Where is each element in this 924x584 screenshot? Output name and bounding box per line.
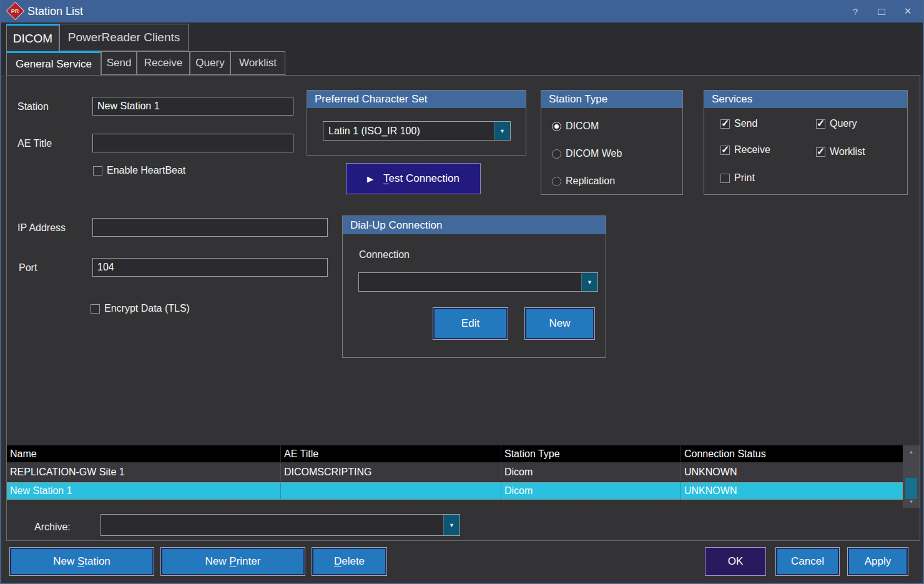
button-bar: New Station New Printer Delete OK Cancel…: [1, 541, 923, 583]
ae-title-input[interactable]: [92, 134, 293, 152]
chevron-down-icon[interactable]: ▼: [494, 122, 510, 140]
edit-connection-button[interactable]: Edit: [433, 307, 508, 340]
group-header: Services: [704, 91, 907, 108]
ok-button[interactable]: OK: [705, 547, 766, 576]
service-query-checkbox[interactable]: Query: [816, 118, 857, 129]
checkbox-icon: [720, 119, 730, 129]
tab-zone: DICOM PowerReader Clients General Servic…: [1, 22, 923, 75]
radio-dicom-web[interactable]: DICOM Web: [552, 148, 622, 159]
archive-dropdown[interactable]: ▼: [101, 514, 460, 536]
service-print-checkbox[interactable]: Print: [720, 172, 755, 184]
preferred-character-set-group: Preferred Character Set Latin 1 (ISO_IR …: [307, 90, 526, 156]
radio-replication[interactable]: Replication: [552, 176, 615, 187]
archive-value: [101, 515, 443, 535]
tab-query[interactable]: Query: [190, 51, 230, 75]
radio-dicom[interactable]: DICOM: [552, 121, 599, 132]
radio-icon: [552, 177, 561, 186]
port-input[interactable]: [92, 258, 328, 277]
scrollbar-thumb[interactable]: [905, 478, 917, 499]
dial-up-connection-group: Dial-Up Connection Connection ▼ Edit New: [342, 215, 606, 358]
stations-table: Name AE Title Station Type Connection St…: [7, 445, 920, 508]
table-scrollbar[interactable]: ▲ ▼: [903, 445, 920, 508]
checkbox-icon: [93, 166, 102, 176]
radio-icon: [552, 149, 561, 159]
column-header-ae-title[interactable]: AE Title: [281, 445, 501, 462]
group-header: Station Type: [541, 91, 682, 108]
ip-address-label: IP Address: [17, 222, 66, 234]
titlebar: PR Station List ? ✕: [1, 0, 923, 22]
service-worklist-checkbox[interactable]: Worklist: [816, 146, 865, 157]
archive-label: Archive:: [34, 522, 71, 533]
checkbox-icon: [816, 147, 825, 157]
close-icon[interactable]: ✕: [902, 6, 914, 17]
checkbox-icon: [720, 146, 730, 155]
connection-dropdown[interactable]: ▼: [358, 272, 598, 292]
radio-icon: [552, 122, 561, 131]
scroll-up-icon[interactable]: ▲: [903, 447, 920, 457]
service-receive-checkbox[interactable]: Receive: [720, 144, 770, 156]
tab-worklist[interactable]: Worklist: [230, 51, 285, 75]
ip-address-input[interactable]: [92, 218, 328, 237]
maximize-icon[interactable]: [875, 6, 888, 17]
new-printer-button[interactable]: New Printer: [160, 547, 305, 576]
chevron-down-icon[interactable]: ▼: [581, 273, 597, 291]
column-header-connection-status[interactable]: Connection Status: [681, 445, 903, 462]
tab-general-service[interactable]: General Service: [6, 51, 101, 75]
new-connection-button[interactable]: New: [524, 307, 595, 340]
scroll-down-icon[interactable]: ▼: [903, 497, 920, 507]
group-header: Dial-Up Connection: [343, 216, 606, 234]
apply-button[interactable]: Apply: [847, 547, 908, 576]
checkbox-icon: [816, 119, 825, 129]
cancel-button[interactable]: Cancel: [775, 547, 840, 576]
station-list-window: PR Station List ? ✕ DICOM PowerReader Cl…: [0, 0, 924, 584]
character-set-value: Latin 1 (ISO_IR 100): [323, 122, 494, 140]
station-label: Station: [17, 101, 49, 112]
connection-label: Connection: [359, 249, 410, 260]
column-header-station-type[interactable]: Station Type: [501, 445, 681, 462]
table-row[interactable]: REPLICATION-GW Site 1 DICOMSCRIPTING Dic…: [7, 463, 903, 481]
test-connection-button[interactable]: ▶ Test Connection: [346, 163, 481, 194]
table-header: Name AE Title Station Type Connection St…: [7, 445, 903, 462]
character-set-dropdown[interactable]: Latin 1 (ISO_IR 100) ▼: [323, 121, 511, 141]
service-send-checkbox[interactable]: Send: [720, 118, 757, 129]
delete-button[interactable]: Delete: [312, 547, 387, 576]
play-icon: ▶: [367, 174, 373, 184]
checkbox-icon: [720, 174, 730, 183]
new-station-button[interactable]: New Station: [9, 547, 154, 576]
checkbox-icon: [91, 304, 100, 314]
tab-receive[interactable]: Receive: [137, 51, 190, 75]
tab-dicom[interactable]: DICOM: [6, 24, 59, 51]
encrypt-tls-checkbox[interactable]: Encrypt Data (TLS): [91, 303, 190, 314]
group-header: Preferred Character Set: [307, 91, 526, 108]
tab-powerreader-clients[interactable]: PowerReader Clients: [59, 24, 189, 51]
ae-title-label: AE Title: [17, 138, 52, 149]
window-title: Station List: [27, 0, 83, 22]
table-row[interactable]: New Station 1 Dicom UNKNOWN: [7, 482, 903, 500]
port-label: Port: [19, 262, 37, 274]
enable-heartbeat-checkbox[interactable]: Enable HeartBeat: [93, 165, 185, 176]
tab-send[interactable]: Send: [101, 51, 137, 75]
column-header-name[interactable]: Name: [7, 445, 281, 462]
help-icon[interactable]: ?: [849, 6, 862, 17]
station-input[interactable]: [92, 97, 293, 116]
chevron-down-icon[interactable]: ▼: [443, 515, 460, 535]
station-type-group: Station Type DICOM DICOM Web Replication: [541, 90, 683, 195]
app-icon: PR: [6, 2, 25, 21]
general-service-panel: Station AE Title Enable HeartBeat IP Add…: [6, 75, 920, 541]
connection-value: [359, 273, 581, 291]
services-group: Services Send Query Receive Worklist Pri…: [704, 90, 908, 195]
